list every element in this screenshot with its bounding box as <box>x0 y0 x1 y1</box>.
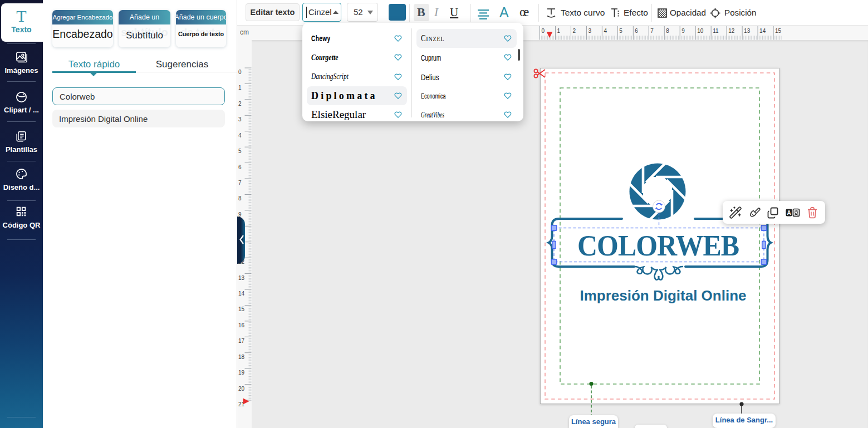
svg-text:0: 0 <box>542 28 545 34</box>
svg-text:6: 6 <box>238 164 242 170</box>
svg-text:5: 5 <box>619 28 622 34</box>
svg-text:4: 4 <box>604 28 607 34</box>
svg-text:20: 20 <box>238 386 245 392</box>
svg-text:16: 16 <box>238 322 245 328</box>
svg-text:A: A <box>787 209 791 215</box>
svg-text:13: 13 <box>744 28 751 34</box>
svg-text:3: 3 <box>588 28 591 34</box>
svg-text:10: 10 <box>697 28 704 34</box>
svg-text:5: 5 <box>238 148 242 154</box>
svg-text:2: 2 <box>238 101 242 107</box>
svg-text:8: 8 <box>238 195 242 201</box>
svg-text:1: 1 <box>557 28 560 34</box>
svg-text:4: 4 <box>238 132 242 139</box>
svg-text:17: 17 <box>238 338 245 344</box>
svg-text:15: 15 <box>238 306 245 312</box>
svg-text:7: 7 <box>238 180 242 186</box>
svg-text:0: 0 <box>238 69 242 75</box>
svg-text:19: 19 <box>238 370 245 376</box>
svg-text:13: 13 <box>238 275 245 281</box>
svg-text:11: 11 <box>713 28 719 34</box>
svg-text:1: 1 <box>238 85 242 91</box>
svg-text:9: 9 <box>681 28 685 34</box>
svg-text:3: 3 <box>238 116 242 122</box>
svg-text:7: 7 <box>650 28 654 34</box>
svg-text:15: 15 <box>775 28 782 34</box>
svg-text:6: 6 <box>635 28 638 34</box>
svg-text:8: 8 <box>666 28 669 34</box>
svg-text:18: 18 <box>238 354 245 360</box>
svg-text:14: 14 <box>238 291 245 297</box>
svg-text:12: 12 <box>728 28 735 34</box>
svg-text:14: 14 <box>759 28 766 34</box>
svg-text:2: 2 <box>572 28 576 34</box>
